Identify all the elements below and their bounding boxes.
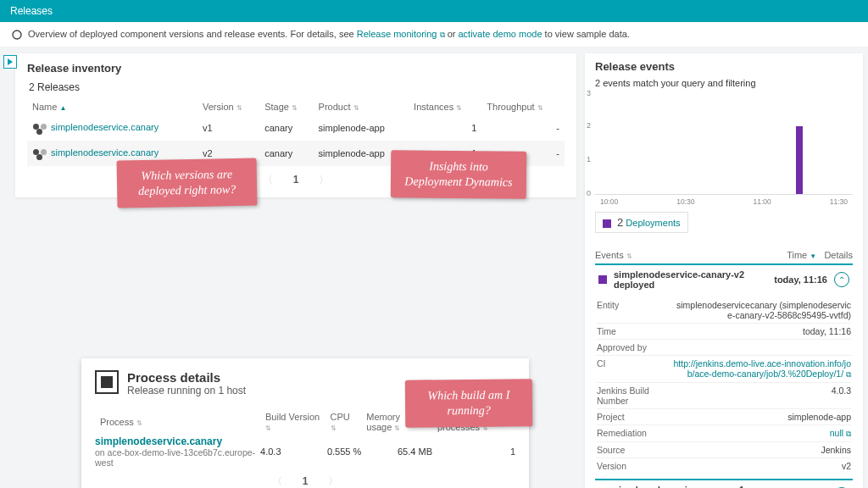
sort-icon: ⇅ — [236, 104, 242, 112]
info-text-a: Overview of deployed component versions … — [28, 29, 357, 39]
release-monitoring-link[interactable]: Release monitoring — [357, 29, 437, 39]
callout-dynamics: Insights into Deployment Dynamics — [391, 150, 526, 199]
sort-icon: ⇅ — [292, 104, 298, 112]
prev-page[interactable]: 〈 — [264, 475, 291, 487]
page-number: 1 — [285, 174, 308, 186]
inventory-title: Release inventory — [27, 62, 565, 76]
col-process[interactable]: Process ⇅ — [95, 408, 260, 435]
callout-build: Which build am I running? — [405, 379, 532, 428]
chart-xaxis: 10:0010:3011:0011:30 — [595, 197, 853, 206]
chart-legend[interactable]: 2 Deployments — [595, 212, 688, 233]
events-table-header: Events ⇅ Time ▼ Details — [595, 243, 853, 265]
process-title: Process details — [127, 370, 246, 385]
external-link-icon: ⧉ — [846, 370, 851, 379]
event-row[interactable]: simplenodeservice-canary-v1 deployed tod… — [595, 480, 853, 488]
table-row[interactable]: simplenodeservice.canary on ace-box-demo… — [95, 435, 515, 468]
external-link-icon: ⧉ — [440, 30, 445, 39]
page-title: Releases — [10, 5, 53, 17]
col-events[interactable]: Events ⇅ — [595, 250, 632, 260]
remediation-link[interactable]: null ⧉ — [673, 428, 851, 439]
col-name[interactable]: Name ▲ — [27, 98, 198, 115]
svg-marker-1 — [8, 58, 13, 65]
legend-label: Deployments — [626, 218, 680, 228]
info-icon — [12, 30, 22, 40]
table-row[interactable]: simplenodeservice.canary v1 canary simpl… — [27, 115, 565, 141]
sort-icon: ⇅ — [456, 104, 462, 112]
legend-count: 2 — [617, 216, 623, 229]
external-link-icon: ⧉ — [846, 430, 851, 438]
pager: 〈 1 〉 — [95, 468, 515, 488]
tech-icon — [32, 120, 47, 136]
next-page[interactable]: 〉 — [310, 174, 337, 186]
col-time[interactable]: Time ▼ — [787, 250, 816, 260]
tech-icon — [32, 146, 47, 161]
sort-icon: ⇅ — [136, 419, 142, 427]
ci-link[interactable]: http://jenkins.demo-live.ace-innovation.… — [673, 358, 851, 380]
process-name-link[interactable]: simplenodeservice.canary — [95, 435, 260, 447]
sort-icon: ⇅ — [394, 424, 400, 432]
callout-versions: Which versions are deployed right now? — [117, 158, 258, 208]
events-subtitle: 2 events match your query and filtering — [595, 75, 853, 93]
sort-icon: ⇅ — [353, 104, 359, 112]
info-banner: Overview of deployed component versions … — [0, 22, 868, 47]
sort-icon: ⇅ — [265, 424, 271, 432]
info-text-c: to view sample data. — [545, 29, 630, 39]
col-product[interactable]: Product ⇅ — [314, 98, 409, 115]
activate-demo-link[interactable]: activate demo mode — [458, 29, 542, 39]
events-chart[interactable]: 0 1 2 3 10:0010:3011:0011:30 — [595, 93, 853, 195]
process-icon — [95, 370, 119, 394]
chevron-up-icon[interactable]: ⌃ — [834, 272, 849, 287]
event-row[interactable]: simplenodeservice-canary-v2 deployed tod… — [595, 265, 853, 294]
svg-point-0 — [13, 30, 21, 39]
legend-color-icon — [603, 219, 611, 228]
col-version[interactable]: Version ⇅ — [198, 98, 259, 115]
page-header: Releases — [0, 0, 868, 22]
col-instances[interactable]: Instances ⇅ — [409, 98, 481, 115]
inventory-count: 2 Releases — [27, 76, 565, 98]
release-events-panel: Release events 2 events match your query… — [585, 53, 863, 488]
sort-icon: ⇅ — [537, 104, 543, 112]
col-details: Details — [824, 250, 853, 260]
process-host: on ace-box-demo-live-13ce6b7c.europe-wes… — [95, 447, 260, 468]
process-subtitle: Release running on 1 host — [127, 385, 246, 396]
col-build[interactable]: Build Version ⇅ — [260, 408, 326, 435]
sort-asc-icon: ▲ — [59, 104, 66, 112]
prev-page[interactable]: 〈 — [254, 174, 281, 186]
collapse-toggle[interactable] — [3, 55, 17, 69]
page-number: 1 — [294, 475, 317, 487]
col-cpu[interactable]: CPU ⇅ — [326, 408, 362, 435]
sort-icon: ⇅ — [331, 424, 337, 432]
event-details: Entitysimplenodeservicecanary (simplenod… — [595, 294, 853, 479]
info-text-b: or — [448, 29, 459, 39]
play-icon — [7, 58, 14, 65]
chart-bar[interactable] — [796, 126, 803, 194]
col-stage[interactable]: Stage ⇅ — [259, 98, 313, 115]
col-throughput[interactable]: Throughput ⇅ — [481, 98, 565, 115]
events-title: Release events — [595, 60, 853, 75]
next-page[interactable]: 〉 — [320, 475, 347, 487]
event-dot-icon — [598, 275, 607, 284]
